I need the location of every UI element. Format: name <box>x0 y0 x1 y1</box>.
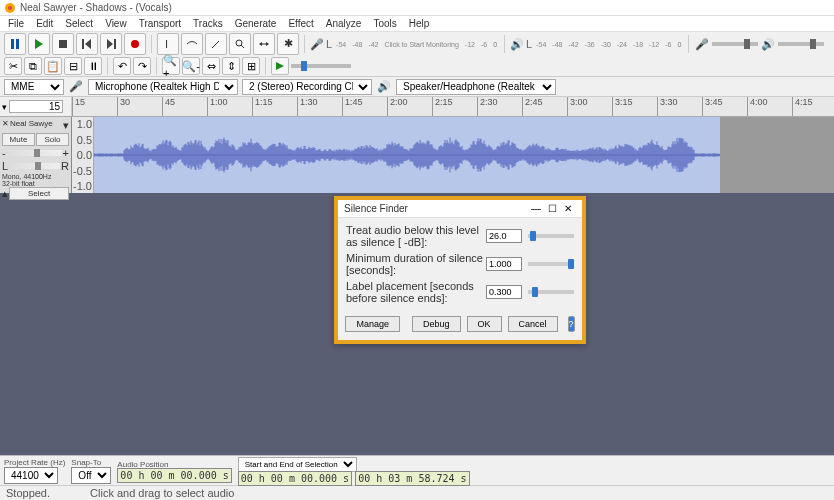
threshold-input[interactable] <box>486 229 522 243</box>
playback-meter[interactable]: 🔊 L -54 -48 -42 -36 -30 -24 -18 -12 -6 0 <box>510 38 683 51</box>
menu-file[interactable]: File <box>2 17 30 30</box>
silence-finder-dialog: Silence Finder — ☐ ✕ Treat audio below t… <box>334 196 586 344</box>
dialog-titlebar[interactable]: Silence Finder — ☐ ✕ <box>338 200 582 218</box>
record-button[interactable] <box>124 33 146 55</box>
help-button[interactable]: ? <box>568 316 575 332</box>
ruler-tick: 2:15 <box>432 97 453 116</box>
channels-select[interactable]: 2 (Stereo) Recording Cha <box>242 79 372 95</box>
selection-end-display[interactable]: 00 h 03 m 58.724 s <box>355 471 469 486</box>
ruler-tick: 4:00 <box>747 97 768 116</box>
timeshift-tool[interactable] <box>253 33 275 55</box>
cut-button[interactable]: ✂ <box>4 57 22 75</box>
svg-rect-6 <box>82 39 84 49</box>
vertical-scale: 1.0 0.5 0.0 -0.5 -1.0 <box>72 117 94 193</box>
recording-device-select[interactable]: Microphone (Realtek High Defini <box>88 79 238 95</box>
snap-to-select[interactable]: Off <box>71 467 111 484</box>
skip-start-button[interactable] <box>76 33 98 55</box>
label-placement-slider[interactable] <box>528 290 574 294</box>
paste-button[interactable]: 📋 <box>44 57 62 75</box>
menu-effect[interactable]: Effect <box>282 17 319 30</box>
selection-mode-select[interactable]: Start and End of Selection <box>238 457 357 472</box>
min-duration-input[interactable] <box>486 257 522 271</box>
zoom-in-button[interactable]: 🔍+ <box>162 57 180 75</box>
skip-end-button[interactable] <box>100 33 122 55</box>
maximize-icon[interactable]: ☐ <box>544 203 560 214</box>
audio-host-select[interactable]: MME <box>4 79 64 95</box>
svg-marker-8 <box>107 39 113 49</box>
threshold-slider[interactable] <box>528 234 574 238</box>
meter-hint: Click to Start Monitoring <box>383 41 461 48</box>
menu-analyze[interactable]: Analyze <box>320 17 368 30</box>
meter-L: L <box>326 38 332 50</box>
status-text: Stopped. <box>6 487 50 499</box>
menu-view[interactable]: View <box>99 17 133 30</box>
svg-rect-3 <box>16 39 19 49</box>
menu-transport[interactable]: Transport <box>133 17 187 30</box>
meter-L2: L <box>526 38 532 50</box>
ruler-tick: 2:00 <box>387 97 408 116</box>
play-button[interactable] <box>28 33 50 55</box>
play-volume-slider[interactable] <box>778 42 824 46</box>
menu-edit[interactable]: Edit <box>30 17 59 30</box>
stop-button[interactable] <box>52 33 74 55</box>
svg-text:I: I <box>165 39 168 49</box>
trim-button[interactable]: ⊟ <box>64 57 82 75</box>
chevron-down-icon[interactable]: ▾ <box>2 102 7 112</box>
play-speed-slider[interactable] <box>291 64 351 68</box>
chevron-down-icon[interactable]: ▾ <box>63 119 69 132</box>
project-rate-select[interactable]: 44100 <box>4 467 58 484</box>
menu-generate[interactable]: Generate <box>229 17 283 30</box>
copy-button[interactable]: ⧉ <box>24 57 42 75</box>
collapse-icon[interactable]: ▴ <box>2 187 8 200</box>
fit-selection-button[interactable]: ⇔ <box>202 57 220 75</box>
min-duration-slider[interactable] <box>528 262 574 266</box>
ok-button[interactable]: OK <box>467 316 502 332</box>
playback-device-select[interactable]: Speaker/Headphone (Realtek High <box>396 79 556 95</box>
speaker-vol-icon: 🔊 <box>760 36 776 52</box>
manage-button[interactable]: Manage <box>345 316 400 332</box>
track-name[interactable]: Neal Sawye <box>10 119 62 132</box>
selection-start-display[interactable]: 00 h 00 m 00.000 s <box>238 471 352 486</box>
pan-slider[interactable] <box>9 163 60 169</box>
track-select-button[interactable]: Select <box>9 187 69 200</box>
zoom-out-button[interactable]: 🔍- <box>182 57 200 75</box>
undo-button[interactable]: ↶ <box>113 57 131 75</box>
timeline-ruler[interactable]: ▾ 1530451:001:151:301:452:002:152:302:45… <box>0 97 834 117</box>
track-waveform[interactable]: 1.0 0.5 0.0 -0.5 -1.0 <box>72 117 834 193</box>
track-empty-area <box>720 117 834 193</box>
redo-button[interactable]: ↷ <box>133 57 151 75</box>
multi-tool[interactable]: ✱ <box>277 33 299 55</box>
draw-tool[interactable] <box>205 33 227 55</box>
recording-meter[interactable]: 🎤 L -54 -48 -42 Click to Start Monitorin… <box>310 38 499 51</box>
toolbars: I ✱ 🎤 L -54 -48 -42 Click to Start Monit… <box>0 32 834 77</box>
cursor-position-input[interactable] <box>9 100 63 113</box>
zoom-tool[interactable] <box>229 33 251 55</box>
pause-button[interactable] <box>4 33 26 55</box>
mute-button[interactable]: Mute <box>2 133 35 146</box>
ruler-ticks[interactable]: 1530451:001:151:301:452:002:152:302:453:… <box>72 97 834 116</box>
cancel-button[interactable]: Cancel <box>508 316 558 332</box>
fit-project-button[interactable]: ⇕ <box>222 57 240 75</box>
minimize-icon[interactable]: — <box>528 203 544 214</box>
play-at-speed-button[interactable] <box>271 57 289 75</box>
menu-select[interactable]: Select <box>59 17 99 30</box>
speaker-icon-2: 🔊 <box>376 79 392 95</box>
debug-button[interactable]: Debug <box>412 316 461 332</box>
label-placement-input[interactable] <box>486 285 522 299</box>
svg-text:✱: ✱ <box>284 39 293 49</box>
menu-help[interactable]: Help <box>403 17 436 30</box>
gain-slider[interactable] <box>7 150 62 156</box>
close-icon[interactable]: ✕ <box>560 203 576 214</box>
zoom-toggle-button[interactable]: ⊞ <box>242 57 260 75</box>
envelope-tool[interactable] <box>181 33 203 55</box>
silence-button[interactable]: ⏸ <box>84 57 102 75</box>
menu-tools[interactable]: Tools <box>367 17 402 30</box>
audio-position-display[interactable]: 00 h 00 m 00.000 s <box>117 468 231 483</box>
solo-button[interactable]: Solo <box>36 133 69 146</box>
ruler-tick: 1:30 <box>297 97 318 116</box>
rec-volume-slider[interactable] <box>712 42 758 46</box>
selection-tool[interactable]: I <box>157 33 179 55</box>
track-close-icon[interactable]: ✕ <box>2 119 9 132</box>
svg-point-10 <box>131 40 139 48</box>
menu-tracks[interactable]: Tracks <box>187 17 229 30</box>
